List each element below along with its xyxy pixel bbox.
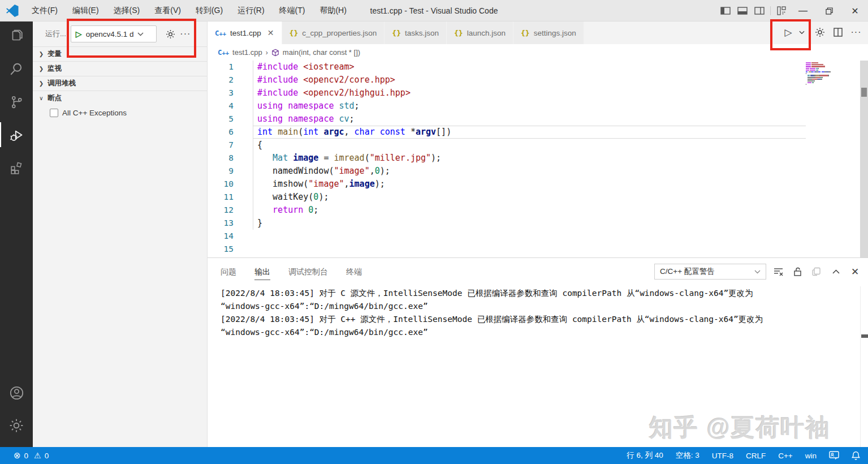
panel-tab-调试控制台[interactable]: 调试控制台 [288, 264, 328, 280]
code-line[interactable]: 13} [208, 217, 868, 230]
line-number: 2 [208, 74, 257, 87]
panel-tab-输出[interactable]: 输出 [254, 264, 270, 280]
sidebar-title: 运行... [45, 29, 66, 39]
scrollbar-thumb[interactable] [861, 88, 867, 97]
editor-scrollbar[interactable] [860, 61, 868, 257]
code-line[interactable]: 3#include <opencv2/highgui.hpp> [208, 87, 868, 100]
code-line[interactable]: 2#include <opencv2/core.hpp> [208, 74, 868, 87]
status-item-空格: 3[interactable]: 空格: 3 [676, 450, 699, 461]
menu-item-运行R[interactable]: 运行(R) [232, 3, 270, 18]
clear-output-icon[interactable] [771, 264, 785, 279]
code-line[interactable]: 10 imshow("image",image); [208, 178, 868, 191]
code-line[interactable]: 6int main(int argc, char const *argv[]) [208, 126, 868, 139]
customize-layout-icon[interactable] [773, 0, 790, 22]
vscode-logo-icon [6, 4, 19, 18]
breadcrumb-file[interactable]: test1.cpp [232, 48, 262, 57]
menu-item-转到G[interactable]: 转到(G) [190, 3, 228, 18]
minimap-line [806, 80, 860, 81]
panel-tab-问题[interactable]: 问题 [221, 264, 236, 280]
tab-settings.json[interactable]: {}settings.json [513, 22, 584, 44]
section-title: 调用堆栈 [47, 79, 76, 88]
code-editor[interactable]: 1#include <iostream>2#include <opencv2/c… [208, 61, 868, 257]
more-actions-icon[interactable]: ··· [849, 24, 863, 41]
unlock-icon[interactable] [790, 264, 805, 279]
breakpoint-item[interactable]: All C++ Exceptions [33, 105, 207, 120]
minimap[interactable] [806, 61, 860, 257]
tab-tasks.json[interactable]: {}tasks.json [385, 22, 447, 44]
minimize-button[interactable]: — [790, 0, 816, 22]
line-number: 5 [208, 113, 257, 126]
activity-bar-explorer-icon[interactable] [0, 22, 33, 51]
activity-bar-search-icon[interactable] [0, 54, 33, 84]
output-channel-value: C/C++ 配置警告 [660, 267, 715, 277]
menu-item-查看V[interactable]: 查看(V) [149, 3, 187, 18]
warning-icon[interactable]: ⚠ [34, 451, 41, 460]
toggle-panel-icon[interactable] [734, 0, 751, 22]
minimap-line [806, 85, 860, 87]
split-editor-icon[interactable] [831, 24, 845, 41]
code-line[interactable]: 15 [208, 243, 868, 256]
line-number: 10 [208, 178, 257, 191]
restore-button[interactable] [816, 0, 842, 22]
menu-item-帮助H[interactable]: 帮助(H) [314, 3, 352, 18]
toggle-sidebar-icon[interactable] [717, 0, 734, 22]
close-tab-icon[interactable]: ✕ [267, 28, 274, 37]
code-line[interactable]: 4using namespace std; [208, 100, 868, 113]
code-line[interactable]: 9 namedWindow("image",0); [208, 165, 868, 178]
code-line[interactable]: 1#include <iostream> [208, 61, 868, 74]
open-in-editor-icon[interactable] [809, 264, 824, 279]
line-number: 4 [208, 100, 257, 113]
code-line[interactable]: 12 return 0; [208, 204, 868, 217]
minimap-line [806, 70, 860, 71]
line-number: 13 [208, 217, 257, 230]
status-item-UTF-8[interactable]: UTF-8 [712, 452, 733, 460]
panel-tab-终端[interactable]: 终端 [346, 264, 362, 280]
tab-c_cpp_properties.json[interactable]: {}c_cpp_properties.json [282, 22, 385, 44]
code-line[interactable]: 14 [208, 230, 868, 243]
warning-count[interactable]: 0 [45, 452, 49, 460]
code-line[interactable]: 8 Mat image = imread("miller.jpg"); [208, 152, 868, 165]
error-icon[interactable]: ⊗ [14, 450, 21, 461]
menu-item-文件F[interactable]: 文件(F) [26, 3, 63, 18]
status-item-C++[interactable]: C++ [778, 452, 793, 460]
breakpoint-label: All C++ Exceptions [62, 109, 127, 117]
maximize-panel-icon[interactable] [828, 264, 843, 279]
activity-bar-extensions-icon[interactable] [0, 153, 33, 182]
status-bell-icon[interactable] [852, 451, 860, 461]
checkbox[interactable] [50, 109, 58, 117]
tab-test1.cpp[interactable]: C++test1.cpp✕ [208, 22, 282, 44]
editor-tab-bar: C++test1.cpp✕{}c_cpp_properties.json{}ta… [208, 22, 868, 44]
toggle-secondary-sidebar-icon[interactable] [751, 0, 768, 22]
close-window-button[interactable]: ✕ [842, 0, 868, 22]
output-line: “windows-gcc-x64”:“D:/mingw64/bin/gcc.ex… [221, 326, 868, 339]
menu-item-编辑E[interactable]: 编辑(E) [67, 3, 105, 18]
output-line: “windows-gcc-x64”:“D:/mingw64/bin/gcc.ex… [221, 300, 868, 313]
sidebar-section-断点[interactable]: ∨断点 [33, 91, 207, 105]
status-feedback-icon[interactable] [829, 451, 839, 460]
activity-bar-settings-gear-icon[interactable] [0, 411, 33, 440]
status-item-行 6, 列 40[interactable]: 行 6, 列 40 [627, 450, 663, 461]
code-text: { [257, 139, 262, 152]
error-count[interactable]: 0 [24, 452, 29, 460]
sidebar-section-监视[interactable]: ❯监视 [33, 61, 207, 76]
breadcrumb-symbol[interactable]: main(int, char const * []) [283, 48, 360, 57]
sidebar-section-调用堆栈[interactable]: ❯调用堆栈 [33, 76, 207, 91]
cpp-file-icon: C++ [218, 48, 229, 57]
status-item-win[interactable]: win [805, 452, 817, 460]
menu-item-终端T[interactable]: 终端(T) [274, 3, 311, 18]
output-channel-dropdown[interactable]: C/C++ 配置警告 [654, 264, 766, 280]
cpp-file-icon: C++ [215, 29, 226, 37]
activity-bar-run-debug-icon[interactable] [0, 120, 33, 149]
close-panel-icon[interactable]: ✕ [848, 264, 862, 279]
code-line[interactable]: 7{ [208, 139, 868, 152]
status-item-CRLF[interactable]: CRLF [746, 452, 766, 460]
menu-item-选择S[interactable]: 选择(S) [108, 3, 146, 18]
panel-scrollbar-thumb[interactable] [861, 334, 868, 338]
code-line[interactable]: 5using namespace cv; [208, 113, 868, 126]
code-line[interactable]: 11 waitKey(0); [208, 191, 868, 204]
activity-bar-source-control-icon[interactable] [0, 87, 33, 117]
tab-launch.json[interactable]: {}launch.json [447, 22, 513, 44]
output-content[interactable]: [2022/8/4 18:03:45] 对于 C 源文件，IntelliSens… [208, 285, 868, 339]
gear-icon[interactable] [813, 24, 827, 41]
activity-bar-account-icon[interactable] [0, 378, 33, 407]
